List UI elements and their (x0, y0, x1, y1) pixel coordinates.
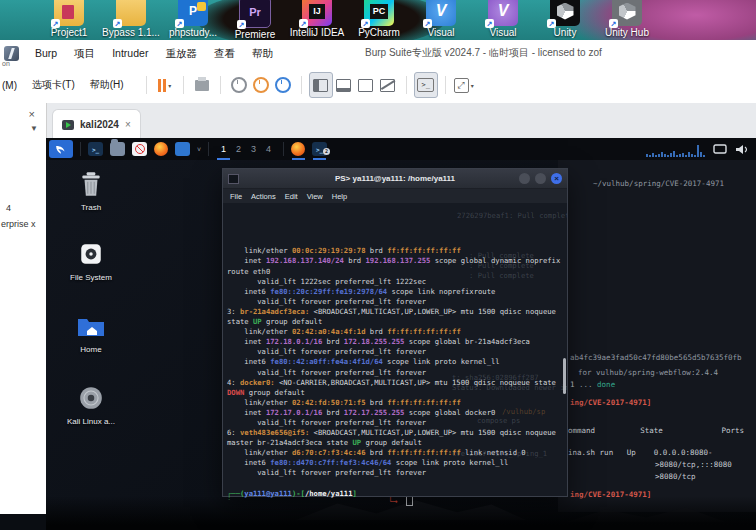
vmware-menu-help[interactable]: 帮助(H) (90, 78, 124, 92)
panel-separator (208, 142, 209, 156)
background-terminal-line: >8080/tcp,:::8080 (655, 460, 732, 469)
sidebar-tree-item[interactable]: 4 (6, 203, 11, 213)
desktop-shortcut[interactable]: ↗Unity (534, 0, 596, 40)
workspace-2[interactable]: 2 (231, 138, 246, 160)
terminal-menubar: FileActionsEditViewHelp (223, 189, 567, 203)
burp-window-title: Burp Suite专业版 v2024.7 - 临时项目 - licensed … (365, 46, 602, 60)
console-button[interactable]: >_ (414, 72, 438, 98)
terminal-icon: >_ (417, 78, 434, 92)
panel-caret-icon[interactable]: ˅ (197, 146, 201, 153)
toolbar-separator (406, 76, 407, 94)
tab-close-icon[interactable]: × (125, 119, 131, 130)
burp-menu-item[interactable]: 查看 (214, 47, 235, 61)
desktop-icon-trash[interactable]: Trash (58, 168, 124, 212)
firefox-running-task[interactable] (291, 138, 305, 160)
sidebar-close-icon[interactable]: × (29, 108, 35, 120)
faint-text-line: : Pull complete (469, 251, 534, 261)
desktop-icon-kali-installer[interactable]: Kali Linux a... (58, 382, 124, 426)
icon-letter: P (189, 5, 197, 17)
fit-guest-button[interactable]: ⤢▾ (453, 73, 475, 97)
file-manager-icon[interactable] (110, 142, 125, 156)
workspace-1[interactable]: 1 (216, 138, 231, 160)
desktop-shortcut-row: ↗Project1↗Bypass 1.1...P↗phpstudy...Pr↗P… (38, 0, 658, 40)
desktop-shortcut[interactable]: PC↗PyCharm (348, 0, 410, 40)
terminal-scrollbar[interactable] (563, 358, 566, 394)
terminal-launcher-icon[interactable]: >_ (88, 142, 103, 156)
desktop-icon-label: Home (58, 345, 124, 354)
display-icon[interactable] (713, 144, 727, 155)
fullscreen-button[interactable] (355, 73, 377, 97)
terminal-content: 2726297beaf1: Pull complete: Pull comple… (223, 203, 567, 500)
terminal-window[interactable]: PS> ya111@ya111: /home/ya111 × FileActio… (222, 168, 568, 497)
shortcut-label: Premiere (224, 29, 286, 40)
terminal-menu-item[interactable]: Help (332, 192, 347, 201)
revert-snapshot-button[interactable] (250, 73, 272, 97)
terminal-running-task[interactable]: >_2 (312, 138, 327, 160)
toolbar-separator (183, 76, 184, 94)
burp-menubar: Burp项目Intruder重放器查看帮助 Burp Suite专业版 v202… (0, 40, 756, 68)
desktop-icon-home[interactable]: Home (58, 310, 124, 354)
terminal-line: inet6 fe80::20c:29ff:fe19:2978/64 scope … (227, 287, 564, 297)
terminal-menu-item[interactable]: View (307, 192, 323, 201)
vmware-menu-tabs[interactable]: 选项卡(T) (32, 78, 75, 92)
take-snapshot-button[interactable] (228, 73, 250, 97)
kali-menu-button[interactable] (49, 140, 73, 158)
workspace-3[interactable]: 3 (246, 138, 261, 160)
desktop-shortcut[interactable]: V↗Visual (410, 0, 472, 40)
sidebar-caret-icon[interactable]: ▼ (30, 124, 38, 133)
app-launcher-blue-icon[interactable] (175, 142, 190, 156)
desktop-shortcut[interactable]: ↗Unity Hub (596, 0, 658, 40)
terminal-menu-item[interactable]: Edit (285, 192, 298, 201)
send-ctrl-alt-del-button[interactable] (191, 73, 213, 97)
sidebar-tree-item[interactable]: erprise x (1, 219, 36, 229)
burp-menu-item[interactable]: 帮助 (252, 47, 273, 61)
burp-menu-item[interactable]: 重放器 (165, 47, 197, 61)
desktop-shortcut[interactable]: ↗Project1 (38, 0, 100, 40)
windows-desktop: ↗Project1↗Bypass 1.1...P↗phpstudy...Pr↗P… (0, 0, 756, 40)
revert-clock-icon (253, 77, 269, 93)
desktop-shortcut[interactable]: V↗Visual (472, 0, 534, 40)
terminal-titlebar[interactable]: PS> ya111@ya111: /home/ya111 × (223, 169, 567, 189)
unity-mode-button[interactable] (377, 73, 399, 97)
burp-partial-text: on (2, 60, 10, 67)
desktop-shortcut[interactable]: IJ↗IntelliJ IDEA (286, 0, 348, 40)
shortcut-arrow-icon: ↗ (485, 19, 494, 28)
text-editor-icon[interactable] (132, 142, 147, 156)
shortcut-label: IntelliJ IDEA (286, 27, 348, 38)
terminal-line: ┌──(ya111@ya111)-[/home/ya111] (227, 489, 564, 499)
vm-display[interactable]: >_ ˅ 1234 >_2 TrashFile SystemHomeKali L… (46, 138, 756, 530)
vmware-menu-partial[interactable]: (M) (2, 80, 17, 91)
terminal-line (227, 479, 564, 489)
terminal-title: PS> ya111@ya111: /home/ya111 (223, 174, 567, 183)
vm-running-icon (62, 120, 74, 130)
burp-menu-item[interactable]: 项目 (74, 47, 95, 61)
trash-icon (58, 168, 124, 200)
speaker-icon[interactable] (735, 144, 748, 155)
premiere-icon: Pr↗ (239, 0, 271, 28)
close-button[interactable]: × (551, 173, 562, 184)
phpstudy-icon: P↗ (178, 0, 208, 26)
suspend-button[interactable]: ▾ (154, 73, 176, 97)
desktop-shortcut[interactable]: Pr↗Premiere (224, 0, 286, 40)
desktop-icon-filesystem[interactable]: File System (58, 238, 124, 282)
show-thumbnail-bar-button[interactable] (333, 73, 355, 97)
shortcut-label: Visual (472, 27, 534, 38)
desktop-shortcut[interactable]: ↗Bypass 1.1... (100, 0, 162, 40)
minimize-button[interactable] (519, 173, 530, 184)
desktop-shortcut[interactable]: P↗phpstudy... (162, 0, 224, 40)
terminal-menu-item[interactable]: Actions (251, 192, 276, 201)
terminal-menu-item[interactable]: File (230, 192, 242, 201)
firefox-launcher-icon[interactable] (154, 142, 168, 156)
maximize-button[interactable] (535, 173, 546, 184)
background-terminal-line: ab4fc39ae3fad50c47fd80be565d5b7635f0fb (570, 353, 742, 362)
workspace-4[interactable]: 4 (261, 138, 276, 160)
snapshot-manager-button[interactable] (272, 73, 294, 97)
icon-letter: V (436, 3, 447, 19)
crossed-pane-icon (380, 79, 395, 92)
burp-menu-item[interactable]: Burp (35, 47, 57, 61)
burp-menu-item[interactable]: Intruder (112, 47, 148, 61)
manage-snapshots-icon (275, 77, 291, 93)
show-library-button[interactable] (309, 72, 333, 98)
vm-tab-kali2024[interactable]: kali2024 × (52, 109, 141, 139)
folder-project-icon: ↗ (54, 0, 84, 26)
